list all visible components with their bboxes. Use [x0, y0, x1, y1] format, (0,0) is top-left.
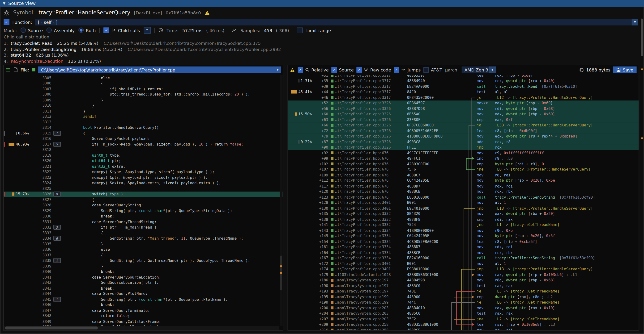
asm-row[interactable]: +190…mon\TracySystem.cpp:1974885C0testra… [288, 283, 638, 289]
att-toggle[interactable]: AT&T [424, 67, 442, 72]
asm-row[interactable]: +52…t\TracyProfiler.cpp:33260FB64597movz… [288, 100, 638, 106]
child-call-item[interactable]: 1.tracy::Socket::Read25.25 ms (54.89%)C:… [4, 40, 640, 46]
asm-row[interactable]: +209…mon\TracySystem.cpp:258488D35E88610… [288, 322, 638, 327]
asm-source-location[interactable]: …t\TracyProfiler.cpp:3326 [330, 112, 404, 116]
att-checkbox[interactable] [424, 67, 429, 72]
source-line[interactable]: 3331 case ServerQueryThreadString: [4, 219, 283, 225]
child-calls-checkbox[interactable] [104, 27, 109, 33]
asm-source-location[interactable]: …t\TracyProfiler.cpp:3317 [330, 96, 404, 100]
asm-source-location[interactable]: …mon\TracySystem.cpp:199 [330, 300, 404, 304]
asm-source-location[interactable]: …t\TracyProfiler.cpp:3326 [330, 129, 404, 133]
asm-source-location[interactable]: …t\TracyProfiler.cpp:3334 [330, 234, 404, 238]
asm-row[interactable]: +216…mon\TracySystem.cpp:258488BCEmovrcx… [288, 328, 638, 330]
raw-code-checkbox[interactable] [356, 67, 362, 72]
asm-source-location[interactable]: …t\TracyProfiler.cpp:3317 [330, 79, 404, 83]
asm-source-location[interactable]: …t\TracyProfiler.hpp:676 [330, 173, 404, 177]
asm-row[interactable]: 1.31%+35…t\TracyProfiler.cpp:3317488B494… [288, 78, 638, 83]
source-line[interactable]: 33323 if( ptr == m_mainThread ) [4, 225, 283, 230]
source-line[interactable]: 3311 } [4, 108, 283, 114]
asm-row[interactable]: +79…t\TracyProfiler.cpp:3326418B8C80E0BF… [288, 134, 638, 139]
asm-source-location[interactable]: …t\TracyProfiler.hpp:676 [330, 195, 404, 199]
source-checkbox[interactable] [332, 67, 337, 72]
source-line[interactable]: 3321 uint32_t extra; [4, 164, 283, 169]
asm-source-location[interactable]: …t\TracyProfiler.cpp:3326 [330, 107, 404, 111]
asm-source-location[interactable]: …t\TracyProfiler.cpp:3317 [330, 75, 404, 77]
child-calls-toggle[interactable]: Child calls [104, 27, 140, 33]
jumps-toggle[interactable]: Jumps [394, 67, 420, 72]
source-line[interactable]: 33346 SendString( ptr, "Main thread", 11… [4, 236, 283, 241]
asm-source-location[interactable]: …t\TracyProfiler.hpp:676 [330, 167, 404, 171]
asm-row[interactable]: +56…t\TracyProfiler.cpp:3326488B7D98movr… [288, 106, 638, 111]
asm-row[interactable]: +120…t\TracyProfiler.hpp:676488BCBmovrcx… [288, 189, 638, 194]
asm-source-location[interactable]: …mon\TracySystem.cpp:197 [330, 284, 404, 288]
asm-row[interactable]: +161…t\TracyProfiler.cpp:3334488BD7movrd… [288, 244, 638, 250]
raw-code-toggle[interactable]: Raw code [356, 67, 391, 72]
asm-source-location[interactable]: …t\TracyProfiler.cpp:3401 [330, 201, 404, 205]
source-line[interactable]: 3333 { [4, 230, 283, 236]
source-line[interactable]: 3340 break; [4, 269, 283, 274]
source-line[interactable]: 3309 } [4, 97, 283, 103]
asm-row[interactable]: +31…t\TracyProfiler.cpp:3317488D5597lear… [288, 75, 638, 78]
propagate-up-button[interactable]: ↑ [144, 27, 151, 33]
asm-source-location[interactable]: …t\TracyProfiler.cpp:3326 [330, 123, 404, 127]
asm-row[interactable]: +174…t\TracyProfiler.cpp:3401E9B8010000j… [288, 267, 638, 272]
asm-row[interactable]: +112…t\TracyProfiler.hpp:676C64424205Emo… [288, 178, 638, 183]
asm-row[interactable]: +195…mon\TracySystem.cpp:199443900cmpdwo… [288, 294, 638, 300]
asm-source-location[interactable]: …t\TracyProfiler.cpp:3326 [330, 101, 404, 105]
radio-icon[interactable] [46, 28, 52, 33]
file-select[interactable]: C:\Users\wolf\Desktop\darkrl\contrib\tra… [38, 66, 281, 73]
asm-source-location[interactable]: …t\TracyProfiler.cpp:3332 [330, 223, 404, 227]
asm-row[interactable]: +167…t\TracyProfiler.cpp:3334E824160000c… [288, 255, 638, 261]
asm-row[interactable]: +198…mon\TracySystem.cpp:199744Cje.L6 ->… [288, 300, 638, 305]
asm-source-location[interactable]: …mon\TracySystem.cpp:203 [330, 317, 404, 321]
asm-row[interactable]: +46…t\TracyProfiler.cpp:33170F8435020000… [288, 95, 638, 100]
asm-row[interactable]: +102…t\TracyProfiler.hpp:67642803C0F00cm… [288, 161, 638, 167]
asm-source-location[interactable]: …t\TracyProfiler.cpp:3334 [330, 245, 404, 249]
asm-source-location[interactable]: …t\TracyProfiler.hpp:676 [330, 184, 404, 188]
child-call-item[interactable]: 4.KeSynchronizeExecution125 µs (0.27%) [4, 58, 640, 64]
asm-source-location[interactable]: …t\TracyProfiler.cpp:3401 [330, 267, 404, 271]
asm-row[interactable]: +193…mon\TracySystem.cpp:197740Eje.L3 ->… [288, 289, 638, 294]
source-line[interactable]: 3310 } [4, 103, 283, 108]
scrollbar-handle[interactable] [5, 327, 98, 329]
mode-assembly-radio[interactable]: Assembly [46, 28, 75, 33]
source-line[interactable]: 3347 case ServerQueryTerminate: [4, 308, 283, 313]
asm-source-location[interactable]: …t\TracyProfiler.cpp:3334 [330, 251, 404, 255]
asm-row[interactable]: +130…t\TracyProfiler.cpp:3401E9E4010000j… [288, 205, 638, 211]
asm-row[interactable]: +123…t\TracyProfiler.hpp:676E850160000ca… [288, 194, 638, 200]
asm-row[interactable]: +90…t\TracyProfiler.cpp:3326FFE1jmprcx [288, 145, 638, 150]
asm-source-location[interactable]: …t\TracyProfiler.hpp:676 [330, 156, 404, 161]
source-line[interactable]: 3336 else [4, 247, 283, 252]
asm-row[interactable]: +109…t\TracyProfiler.hpp:6764C8BC7movr8,… [288, 172, 638, 178]
asm-row[interactable]: +63…t\TracyProfiler.cpp:332683F80Fcmpeax… [288, 117, 638, 122]
radio-icon[interactable] [20, 28, 26, 33]
asm-source-location[interactable]: …1103\include\atomic:1048 [330, 273, 404, 277]
window-vertical-scrollbar[interactable] [640, 7, 644, 334]
source-line[interactable]: 3346 break; [4, 302, 283, 308]
asm-row[interactable]: +141…t\TracyProfiler.cpp:33327524jne.L1 … [288, 222, 638, 228]
source-line[interactable]: 3348 return false; [4, 313, 283, 319]
asm-source-location[interactable]: …t\TracyProfiler.cpp:3401 [330, 206, 404, 210]
source-line[interactable]: 3325 [4, 186, 283, 191]
relative-toggle[interactable]: Relative [298, 67, 329, 72]
source-line[interactable]: 3330 break; [4, 213, 283, 219]
source-line[interactable]: 3308 std::this_thread::sleep_for( std::c… [4, 92, 283, 97]
scrollbar-handle[interactable] [641, 18, 643, 56]
source-line[interactable]: 3318 [4, 147, 283, 152]
asm-source-location[interactable]: …t\TracyProfiler.cpp:3332 [330, 217, 404, 221]
child-call-item[interactable]: 3.stat64i32625 µs (1.36%) [4, 52, 640, 58]
asm-row[interactable]: +92…t\TracyProfiler.hpp:67649C7C1FFFFFFF… [288, 150, 638, 156]
source-vertical-scrollbar[interactable] [280, 75, 282, 326]
source-line[interactable]: 33381 SendString( ptr, GetThreadName( pt… [4, 258, 283, 263]
source-line[interactable]: 0.66%33157 { [4, 131, 283, 136]
source-line[interactable]: 3307 if( shouldExit ) return; [4, 86, 283, 92]
asm-row[interactable]: +164…t\TracyProfiler.cpp:3334488BCBmovrc… [288, 250, 638, 255]
asm-source-location[interactable]: …t\TracyProfiler.hpp:676 [330, 162, 404, 166]
asm-source-location[interactable]: …t\TracyProfiler.cpp:3326 [330, 134, 404, 138]
asm-row[interactable]: +154…t\TracyProfiler.cpp:33344C8D055FBA0… [288, 239, 638, 244]
asm-source-location[interactable]: …t\TracyProfiler.cpp:3326 [330, 140, 404, 144]
source-line[interactable]: 3316 ServerQueryPacket payload; [4, 136, 283, 142]
asm-source-location[interactable]: …t\TracyProfiler.hpp:676 [330, 190, 404, 194]
source-line[interactable]: 3328 case ServerQueryString: [4, 202, 283, 208]
asm-row[interactable]: +99…t\TracyProfiler.hpp:67649FFC1incr9 ;… [288, 156, 638, 161]
